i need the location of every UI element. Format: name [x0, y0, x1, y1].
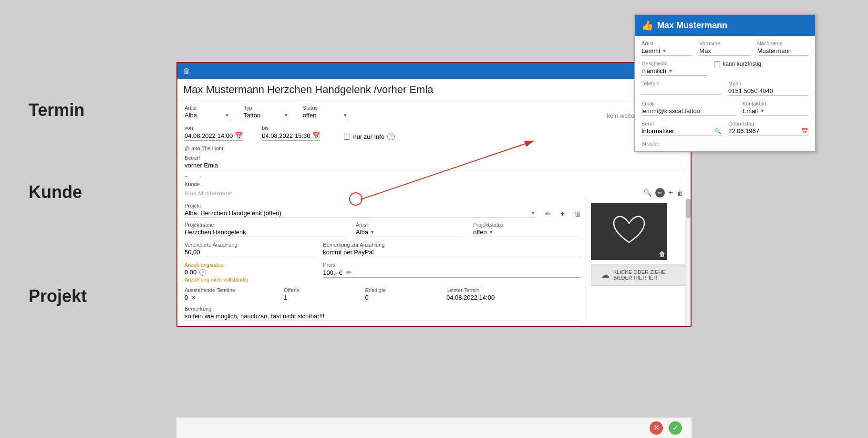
von-label: von: [185, 125, 243, 131]
popup-row-4: Email lemmi@kisscal.tattoo Kontaktart Em…: [641, 101, 808, 116]
popup-telefon-value[interactable]: [641, 87, 722, 95]
popup-telefon-group: Telefon: [641, 81, 722, 95]
nur-info-checkbox[interactable]: [344, 134, 350, 140]
image-trash-icon[interactable]: 🗑: [659, 250, 665, 258]
letzter-termin-group: Letzter Termin 04.08.2022 14:00: [446, 287, 581, 301]
add-kunde-icon[interactable]: +: [669, 188, 673, 197]
von-input[interactable]: 04.08.2022 14:00 📅: [185, 132, 243, 141]
upload-icon: ☁: [601, 270, 610, 280]
projekt-bemerkung-value: so fein wie möglich, hauchzart, fast nic…: [185, 313, 324, 320]
typ-label: Typ: [244, 105, 289, 111]
popup-kontaktart-arrow[interactable]: ▼: [760, 108, 765, 114]
artist-dropdown-arrow[interactable]: ▼: [225, 113, 229, 118]
typ-input[interactable]: Tattoo ▼: [244, 112, 289, 120]
popup-row-3: Telefon Mobil 0151 5050 4040: [641, 81, 808, 96]
delete-kunde-icon[interactable]: 🗑: [677, 189, 683, 197]
trash-icon[interactable]: 🗑: [183, 67, 190, 75]
status-preis-row: Anzahlungstatus 0,00 ? Anzahlung nicht v…: [185, 262, 581, 282]
delete-projekt-icon[interactable]: 🗑: [574, 210, 581, 218]
popup-geschlecht-arrow[interactable]: ▼: [668, 68, 673, 73]
projekt-bemerkung-label: Bemerkung: [185, 306, 581, 312]
typ-dropdown-arrow[interactable]: ▼: [284, 113, 289, 118]
edit-projekt-icon[interactable]: ✏: [545, 210, 551, 218]
projekt-artist-arrow[interactable]: ▼: [370, 229, 375, 235]
popup-kontaktart-group: Kontaktart Email ▼: [743, 101, 808, 116]
popup-row-2: Geschlecht männlich ▼ kann kurzfristig: [641, 61, 808, 76]
popup-kontaktart-select[interactable]: Email ▼: [743, 107, 808, 116]
beruf-search-icon[interactable]: 🔍: [714, 128, 722, 135]
nur-info-group: nur zur Info ?: [344, 133, 395, 140]
status-label: Status: [303, 105, 348, 111]
help-icon[interactable]: ?: [387, 133, 395, 140]
ok-button[interactable]: ✓: [669, 421, 682, 435]
preis-edit-icon[interactable]: ✏: [346, 269, 352, 276]
popup-geburtstag-input[interactable]: 22.06.1967 📅: [728, 127, 808, 136]
tattoo-image: 🗑: [591, 203, 667, 260]
popup-telefon-label: Telefon: [641, 81, 722, 86]
popup-body: Artist Lemmi ▼ Vorname Max Nachname Must…: [635, 36, 815, 151]
projektstatus-arrow[interactable]: ▼: [489, 229, 494, 235]
vereinbarte-anzahlung-input[interactable]: 50,00: [185, 249, 313, 257]
popup-kontaktart-label: Kontaktart: [743, 101, 808, 106]
add-projekt-icon[interactable]: +: [560, 209, 565, 218]
scrollbar[interactable]: [685, 198, 691, 326]
projekt-selector-row: Projekt Alba: Herzchen Handgelenk (offen…: [185, 203, 581, 218]
status-dropdown-arrow[interactable]: ▼: [343, 113, 348, 118]
popup-artist-group: Artist Lemmi ▼: [641, 41, 692, 56]
projektname-input[interactable]: Herzchen Handgelenk: [185, 229, 346, 237]
projekt-label: Projekt: [29, 286, 87, 306]
typ-group: Typ Tattoo ▼: [244, 105, 289, 120]
projektstatus-input[interactable]: offen ▼: [473, 229, 581, 237]
kunde-label: Kunde: [185, 181, 683, 187]
geburtstag-calendar-icon[interactable]: 📅: [801, 128, 808, 135]
anzahlungstatus-label: Anzahlungstatus: [185, 262, 313, 268]
projekt-bemerkung-input[interactable]: so fein wie möglich, hauchzart, fast nic…: [185, 313, 581, 321]
kurzfristig-checkbox[interactable]: [714, 61, 720, 67]
projektname-group: Projektname Herzchen Handgelenk: [185, 222, 346, 237]
artist-group: Artist Alba ▼: [185, 105, 229, 120]
projekt-select-input[interactable]: Alba: Herzchen Handgelenk (offen) ▼: [185, 209, 536, 218]
preis-label: Preis: [323, 262, 581, 268]
bis-input[interactable]: 04.08.2022 15:30 📅: [262, 132, 320, 141]
bemerkung-anzahlung-input[interactable]: kommt per PayPal: [323, 249, 581, 257]
popup-vorname-value[interactable]: Max: [699, 47, 750, 56]
von-calendar-icon[interactable]: 📅: [235, 132, 243, 139]
popup-artist-label: Artist: [641, 41, 692, 46]
popup-nachname-value[interactable]: Mustermann: [757, 47, 808, 56]
popup-beruf-input[interactable]: Informatiker 🔍: [641, 127, 722, 136]
erledigte-group: Erledigte 0: [365, 287, 436, 301]
status-input[interactable]: offen ▼: [303, 112, 348, 120]
bis-calendar-icon[interactable]: 📅: [312, 132, 320, 139]
popup-geschlecht-select[interactable]: männlich ▼: [641, 67, 707, 76]
popup-email-value[interactable]: lemmi@kisscal.tattoo: [641, 107, 736, 116]
betreff-input[interactable]: vorher Emla: [185, 162, 683, 170]
bemerkung-anzahlung-group: Bemerkung zur Anzahlung kommt per PayPal: [323, 242, 581, 257]
upload-area[interactable]: ☁ KLICKE ODER ZIEHE BILDER HIERHER: [591, 264, 686, 286]
termine-row: Ausstehende Termine 0 ✕ Offene 1 Erledig…: [185, 287, 581, 301]
popup-geburtstag-group: Geburtstag 22.06.1967 📅: [728, 121, 808, 136]
popup-artist-select[interactable]: Lemmi ▼: [641, 47, 692, 56]
search-icon[interactable]: 🔍: [643, 189, 651, 197]
projektstatus-label: Projektstatus: [473, 222, 581, 228]
projekt-bemerkung-group: Bemerkung so fein wie möglich, hauchzart…: [185, 306, 581, 321]
popup-artist-arrow[interactable]: ▼: [662, 48, 667, 53]
artist-value: Alba: [185, 112, 223, 119]
von-group: von 04.08.2022 14:00 📅: [185, 125, 243, 141]
projekt-image-area: 🗑 ☁ KLICKE ODER ZIEHE BILDER HIERHER: [586, 198, 691, 326]
cancel-button[interactable]: ✕: [650, 421, 663, 435]
projekt-artist-label: Artist: [356, 222, 464, 228]
artist-label: Artist: [185, 105, 229, 111]
ausstehende-group: Ausstehende Termine 0 ✕: [185, 287, 274, 301]
artist-input[interactable]: Alba ▼: [185, 112, 229, 120]
popup-kurzfristig-group: kann kurzfristig: [714, 61, 808, 67]
anzahlungstatus-help[interactable]: ?: [199, 269, 206, 276]
anzahlung-warning: Anzahlung nicht vollständig: [185, 277, 313, 282]
projekt-dropdown-arrow[interactable]: ▼: [531, 210, 536, 216]
popup-mobil-value[interactable]: 0151 5050 4040: [728, 87, 808, 96]
projekt-artist-input[interactable]: Alba ▼: [356, 229, 464, 237]
offene-group: Offene 1: [284, 287, 355, 301]
edit-kunde-icon[interactable]: ✏: [655, 188, 665, 198]
popup-nachname-group: Nachname Mustermann: [757, 41, 808, 56]
betreff-label: Betreff: [185, 155, 683, 161]
ausstehende-x-icon[interactable]: ✕: [191, 294, 196, 301]
